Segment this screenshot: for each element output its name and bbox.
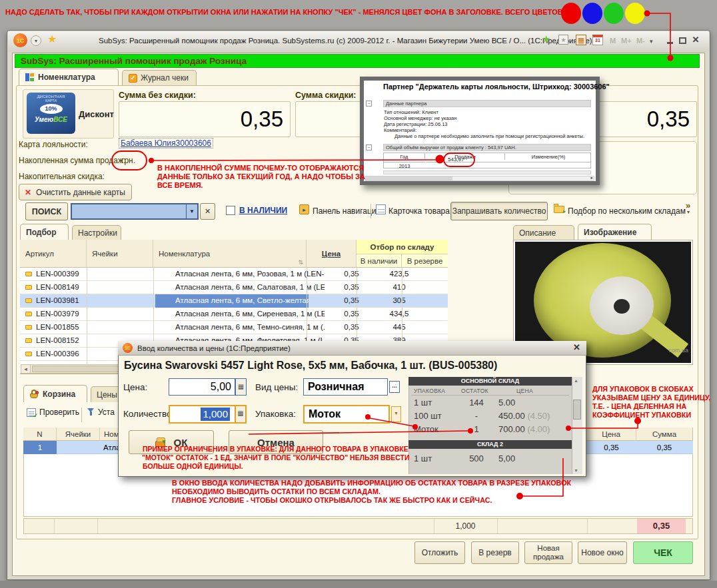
check-receipt-button[interactable]: ЧЕК: [633, 541, 693, 564]
loyalty-card-label: Карта лояльности:: [19, 140, 88, 149]
color-cycle-green: [604, 3, 624, 24]
catalog-col-group: Отбор по складу: [357, 240, 448, 254]
cart-col-price[interactable]: Цена: [586, 428, 636, 441]
catalog-row-selected[interactable]: LEN-003981Атласная лента, 6 мм, Светло-ж…: [20, 294, 448, 308]
close-button[interactable]: ✕: [690, 35, 701, 45]
new-window-button[interactable]: Новое окно: [578, 541, 627, 564]
cart-col-n[interactable]: N: [23, 428, 57, 441]
hold-button[interactable]: Отложить: [414, 541, 465, 564]
toolbar-overflow-icon[interactable]: ▾: [650, 38, 653, 45]
catalog-col-name[interactable]: Номенклатура⇅: [153, 240, 307, 268]
ask-quantity-toggle[interactable]: Запрашивать количество: [450, 202, 548, 220]
1c-logo-icon[interactable]: 1С: [13, 33, 27, 47]
catalog-col-stock[interactable]: В наличии: [357, 254, 402, 268]
favorites-box-icon[interactable]: ★: [558, 35, 568, 45]
search-dropdown-icon[interactable]: ▼: [186, 204, 197, 218]
partner-inner-scrollbar[interactable]: [383, 170, 591, 174]
price-field[interactable]: 5,00: [169, 378, 235, 396]
annotation-accumulated-3: ВСЕ ВРЕМЯ.: [157, 181, 203, 189]
pack-field[interactable]: Моток: [303, 405, 390, 424]
price-calc-icon[interactable]: ▦: [235, 378, 247, 396]
favorites-star-icon[interactable]: ★: [47, 33, 57, 45]
set-discount-button[interactable]: Уста: [87, 408, 115, 417]
totals-quantity: 1,000: [434, 519, 497, 533]
product-card-button[interactable]: Карточка товара: [388, 206, 450, 216]
catalog-row[interactable]: LEN-001855Атласная лента, 6 мм, Темно-си…: [20, 321, 448, 334]
loyalty-card-link[interactable]: Бабаева Юлия30003606: [119, 139, 213, 148]
stock-row: Моток: [414, 424, 438, 434]
annotation-accumulated-1: В НАКОПЛЕННОЙ СУММЕ ПОЧЕМУ-ТО ОТОБРАЖАЮТ…: [157, 164, 364, 172]
annotation-stocks-2: НЕОБХОДИМО ВЫВОДИТЬ ОСТАТКИ ПО ВСЕМ СКЛА…: [172, 487, 380, 495]
cart-col-cells[interactable]: Ячейки: [57, 428, 100, 441]
annotation-stocks-1: В ОКНО ВВОДА КОЛИЧЕСТВА НАДО ДОБАВИТЬ ИН…: [172, 479, 571, 487]
search-input[interactable]: ▼: [71, 203, 199, 220]
collapse-icon[interactable]: −: [366, 101, 372, 107]
quantity-calc-icon[interactable]: ▦: [235, 406, 245, 422]
pack-dropdown-icon[interactable]: ▾: [391, 406, 401, 422]
memory-mminus-button[interactable]: M-: [636, 37, 645, 45]
price-type-field[interactable]: Розничная: [303, 378, 388, 396]
multi-warehouse-button[interactable]: Подбор по нескольким складам: [568, 206, 686, 216]
discount-card-brand: УмеюВСЕ: [27, 116, 75, 123]
price-label: Цена:: [123, 382, 147, 392]
stock-row: 100 шт: [414, 411, 442, 421]
tab-pick[interactable]: Подбор: [20, 224, 69, 240]
new-sale-button[interactable]: Новая продажа: [524, 541, 572, 564]
stock-scrollbar[interactable]: ▲ ▼: [572, 377, 582, 474]
toolbar-overflow-down-icon[interactable]: ▾: [687, 209, 690, 215]
annotation-packing-1: ПРИМЕР ОГРАНИЧЕНИЯ В УПАКОВКЕ: ДЛЯ ДАННО…: [143, 445, 408, 453]
scroll-left-icon[interactable]: ◂: [21, 365, 31, 373]
catalog-col-price[interactable]: Цена: [307, 240, 357, 268]
scroll-right-icon[interactable]: ▸: [590, 175, 593, 180]
tab-image-label: Изображение: [584, 228, 636, 237]
tab-receipt-journal[interactable]: ✓ Журнал чеки: [122, 70, 197, 85]
memory-m-button[interactable]: M: [610, 37, 616, 45]
annotation-packing-3: БОЛЬШЕ ОДНОЙ ЕДИНИЦЫ.: [143, 462, 243, 470]
add-favorite-icon[interactable]: ★: [542, 33, 550, 45]
tab-description[interactable]: Описание: [513, 225, 574, 240]
catalog-row[interactable]: LEN-003979Атласная лента, 6 мм, Сиренева…: [20, 308, 448, 321]
maximize-button[interactable]: [677, 35, 688, 45]
catalog-col-reserve[interactable]: В резерве: [402, 254, 448, 268]
tab-nomenclature[interactable]: Номенклатура: [19, 69, 119, 85]
catalog-row[interactable]: LEN-008149Атласная лента, 6 мм, Салатова…: [20, 281, 448, 294]
modal-close-icon[interactable]: ✕: [573, 342, 580, 352]
quantity-field[interactable]: 1,000 ▦: [169, 405, 247, 424]
reserve-button[interactable]: В резерв: [471, 541, 519, 564]
partner-col-change: Изменение(%): [506, 154, 591, 160]
partner-section1-header: Данные партнера: [383, 100, 591, 107]
minimize-button[interactable]: [664, 35, 675, 45]
cart-col-sum[interactable]: Сумма: [636, 428, 692, 441]
catalog-row[interactable]: LEN-000399Атласная лента, 6 мм, Розовая,…: [20, 268, 448, 281]
calculator-icon[interactable]: ▦: [576, 35, 586, 45]
search-clear-button[interactable]: ✕: [200, 203, 215, 220]
catalog-col-sku[interactable]: Артикул: [20, 240, 87, 268]
catalog-col-cells[interactable]: Ячейки: [87, 240, 153, 268]
clear-card-label: Очистить данные карты: [36, 188, 125, 197]
annotation-unit-price-2: УКАЗЫВАЕМ ЦЕНУ ЗА ЕДИНИЦУ,: [592, 394, 710, 402]
screenshot-root: НАДО СДЕЛАТЬ ТАК, ЧТОБЫ ПРИ КАЖДОМ ОТКРЫ…: [0, 0, 717, 588]
quantity-modal-title: Ввод количества и цены (1С:Предприятие): [137, 344, 291, 352]
annotation-unit-price-4: КОЭФФИЦИЕНТ УПАКОВКИ: [592, 411, 691, 419]
calendar-icon[interactable]: 31: [592, 35, 603, 45]
partner-scrollbar[interactable]: ▸: [365, 176, 594, 181]
in-stock-checkbox[interactable]: [226, 206, 235, 215]
system-menu-icon[interactable]: ▾: [31, 35, 41, 46]
price-type-select-button[interactable]: ...: [389, 381, 400, 393]
scroll-up-icon[interactable]: ▲: [574, 378, 578, 383]
color-cycle-yellow: [625, 3, 645, 24]
in-stock-label[interactable]: В НАЛИЧИИ: [239, 206, 287, 215]
tab-cart[interactable]: Корзина: [23, 385, 87, 402]
search-button[interactable]: ПОИСК: [25, 202, 68, 220]
sum-no-discount-field: 0,35: [119, 101, 291, 137]
stock-row: 1 шт: [414, 453, 432, 463]
check-cart-button[interactable]: ✓ Проверить: [27, 408, 79, 417]
tab-image[interactable]: Изображение: [578, 224, 652, 240]
memory-mplus-button[interactable]: M+: [621, 37, 632, 45]
tab-settings[interactable]: Настройки: [72, 225, 121, 240]
collapse-icon[interactable]: −: [366, 145, 372, 150]
cart-toolbar-separator: [81, 408, 82, 422]
scroll-down-icon[interactable]: ▼: [574, 468, 578, 473]
clear-card-button[interactable]: ✕ Очистить данные карты: [19, 184, 132, 200]
totals-sum: 0,35: [637, 519, 686, 533]
